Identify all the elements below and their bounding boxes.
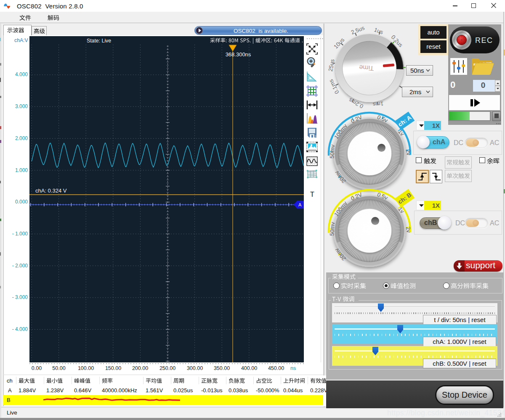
svg-text:2v: 2v <box>404 226 412 233</box>
svg-text:50mv: 50mv <box>328 222 335 236</box>
svg-text:chA: 0.324 V: chA: 0.324 V <box>35 188 67 194</box>
svg-text:2.5us: 2.5us <box>350 24 365 35</box>
svg-text:Time: Time <box>359 63 374 71</box>
svg-text:368.300ns: 368.300ns <box>226 51 251 58</box>
svg-text:State: Live: State: Live <box>87 38 111 44</box>
svg-text:50mv: 50mv <box>328 144 335 158</box>
svg-text:25us: 25us <box>327 58 335 72</box>
svg-text:A: A <box>298 202 302 207</box>
svg-text:2v: 2v <box>404 149 412 156</box>
svg-text:1us: 1us <box>373 26 384 35</box>
